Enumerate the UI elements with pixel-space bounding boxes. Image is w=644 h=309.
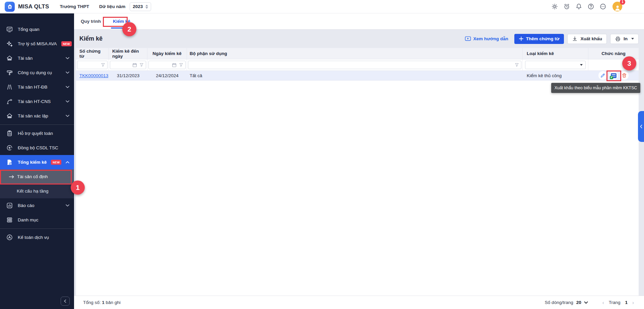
sidebar-item-tong-kiem-ke[interactable]: Tổng kiểm kê NEW	[0, 155, 74, 169]
house-car-icon	[6, 55, 13, 62]
column-header[interactable]: Kiểm kê đến ngày	[109, 48, 147, 59]
sidebar-item-label: Danh mục	[18, 217, 39, 222]
year-value: 2023	[133, 4, 143, 9]
document-code-link[interactable]: TKK00000013	[79, 73, 108, 78]
filter-so-chung-tu-input[interactable]	[77, 61, 108, 69]
arrow-right-icon	[9, 175, 14, 179]
table-empty-area	[76, 81, 639, 296]
column-header[interactable]: Bộ phận sử dụng	[187, 48, 523, 59]
sidebar-item-cong-cu-dung-cu[interactable]: Công cụ dụng cụ	[0, 65, 74, 80]
sidebar-collapse-button[interactable]	[61, 297, 70, 306]
filter-bo-phan-su-dung-input[interactable]	[188, 61, 521, 69]
help-button[interactable]	[587, 3, 594, 10]
sidebar-item-label: Tài sản HT-CNS	[18, 99, 51, 104]
sidebar-item-dong-bo-csdl[interactable]: Đồng bộ CSDL TSC	[0, 141, 74, 155]
reminder-button[interactable]	[563, 3, 570, 10]
tab-quy-trinh[interactable]: Quy trình	[79, 13, 102, 29]
year-stepper[interactable]: 2023	[130, 2, 151, 11]
chevron-down-icon	[66, 57, 69, 59]
sidebar-divider	[0, 228, 74, 229]
tab-kiem-ke[interactable]: Kiểm kê	[112, 13, 132, 29]
sidebar-item-ho-tro-quyet-toan[interactable]: Hỗ trợ quyết toán	[0, 126, 74, 141]
stepper-arrows-icon[interactable]	[145, 5, 148, 9]
sidebar-subitem-ket-cau-ha-tang[interactable]: Kết cấu hạ tầng	[0, 184, 74, 198]
paint-roller-icon	[6, 69, 13, 76]
funnel-icon[interactable]	[101, 63, 105, 67]
pencil-icon	[600, 73, 605, 78]
tab-bar: Quy trình Kiểm kê	[74, 13, 644, 30]
cloud-sync-icon	[6, 144, 13, 151]
funnel-icon[interactable]	[179, 63, 183, 67]
sidebar-item-tai-san-ht-db[interactable]: Tài sản HT-ĐB	[0, 80, 74, 94]
sidebar-subitem-tai-san-co-dinh[interactable]: Tài sản cố định	[0, 169, 74, 184]
filter-ngay-kiem-ke-input[interactable]	[148, 61, 186, 69]
sidebar-item-danh-muc[interactable]: Danh mục	[0, 213, 74, 227]
sidebar-item-bao-cao[interactable]: Báo cáo	[0, 198, 74, 213]
footer-bar: Tổng số: 1 bản ghi Số dòng/trang 20 ‹ Tr…	[74, 296, 644, 309]
calendar-icon[interactable]	[132, 63, 137, 67]
chevron-down-icon	[580, 64, 583, 66]
rows-per-page-select[interactable]: 20	[576, 300, 588, 305]
video-tutorial-icon	[465, 36, 471, 42]
column-header[interactable]: Ngày kiểm kê	[147, 48, 187, 59]
expand-panel-button[interactable]	[638, 111, 644, 142]
notifications-button[interactable]	[575, 3, 582, 10]
page-header: Kiểm kê Xem hướng dẫn Thêm chứng từ Xuất…	[74, 30, 644, 48]
new-badge: NEW	[51, 160, 61, 165]
next-page-button[interactable]: ›	[632, 300, 634, 305]
calendar-icon[interactable]	[172, 63, 177, 67]
sidebar: Tổng quan Trợ lý số MISA AVA NEW Tài sản…	[0, 13, 74, 309]
user-avatar[interactable]: 1	[613, 1, 623, 12]
sidebar-item-ke-toan-dich-vu[interactable]: Kế toán dịch vụ	[0, 230, 74, 245]
sidebar-item-label: Công cụ dụng cụ	[18, 70, 52, 75]
sidebar-item-tro-ly-so[interactable]: Trợ lý số MISA AVA NEW	[0, 37, 74, 51]
org-name[interactable]: Trường THPT	[60, 4, 89, 9]
sidebar-item-label: Kế toán dịch vụ	[18, 235, 49, 240]
filter-loai-kiem-ke-dropdown[interactable]	[525, 61, 586, 69]
sidebar-item-label: Tài sản	[18, 56, 33, 61]
add-document-button[interactable]: Thêm chứng từ	[514, 34, 564, 44]
sidebar-item-tai-san-ht-cns[interactable]: Tài sản HT-CNS	[0, 94, 74, 109]
view-guide-link[interactable]: Xem hướng dẫn	[465, 36, 508, 42]
app-logo-icon[interactable]	[5, 2, 15, 12]
record-count: Tổng số: 1 bản ghi	[83, 300, 121, 305]
funnel-icon[interactable]	[515, 63, 519, 67]
settings-button[interactable]	[551, 3, 558, 10]
funnel-icon[interactable]	[139, 63, 144, 67]
chevron-down-icon	[66, 115, 69, 117]
print-button[interactable]: In	[610, 34, 639, 44]
sidebar-divider	[0, 124, 74, 125]
page-label: Trang	[609, 300, 621, 305]
gear-icon	[551, 3, 558, 10]
pipe-icon	[6, 98, 13, 105]
sidebar-item-label: Báo cáo	[18, 203, 35, 208]
sidebar-item-label: Tài sản HT-ĐB	[18, 85, 48, 90]
export-button[interactable]: Xuất khẩu	[567, 34, 607, 44]
column-header[interactable]: Chức năng	[588, 48, 639, 59]
sidebar-item-tong-quan[interactable]: Tổng quan	[0, 22, 74, 37]
chevron-up-icon	[66, 161, 69, 163]
more-button[interactable]	[599, 3, 606, 10]
prev-page-button[interactable]: ‹	[602, 300, 604, 305]
printer-icon	[615, 36, 621, 42]
column-header[interactable]: Loại kiểm kê	[523, 48, 588, 59]
rows-per-page-label: Số dòng/trang	[545, 300, 573, 305]
table-filter-row	[76, 59, 639, 71]
export-kktsc-button[interactable]: X	[609, 71, 618, 80]
table-header-row: Số chứng từ Kiểm kê đến ngày Ngày kiểm k…	[76, 48, 639, 59]
sidebar-subitem-label: Kết cấu hạ tầng	[17, 189, 49, 194]
ellipsis-icon	[599, 3, 606, 10]
filter-kiem-ke-den-ngay-input[interactable]	[110, 61, 146, 69]
sidebar-subitem-label: Tài sản cố định	[17, 174, 48, 179]
table-row[interactable]: TKK00000013 31/12/2023 24/12/2024 Tất cả…	[76, 71, 639, 81]
pagination: ‹ Trang 1 ›	[602, 300, 634, 305]
chevron-left-icon	[64, 299, 67, 303]
edit-button[interactable]	[598, 71, 607, 80]
sidebar-item-tai-san[interactable]: Tài sản	[0, 51, 74, 65]
column-header[interactable]: Số chứng từ	[76, 48, 109, 59]
road-icon	[6, 84, 13, 91]
sidebar-item-tai-san-xac-lap[interactable]: Tài sản xác lập	[0, 109, 74, 123]
page-header-actions: Xem hướng dẫn Thêm chứng từ Xuất khẩu In	[465, 34, 639, 44]
alarm-clock-icon	[563, 3, 570, 10]
delete-button[interactable]	[620, 71, 629, 80]
